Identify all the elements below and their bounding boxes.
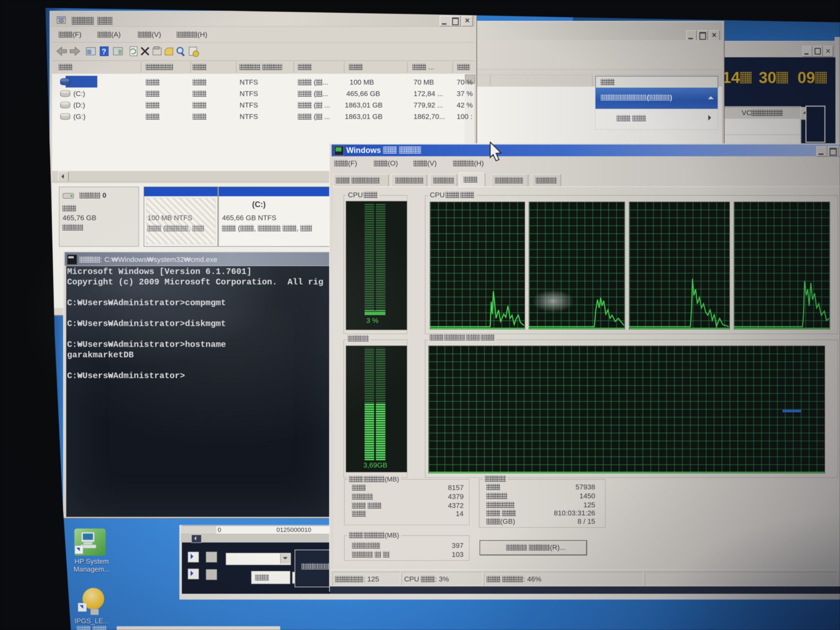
svg-text:?: ? bbox=[102, 47, 106, 56]
